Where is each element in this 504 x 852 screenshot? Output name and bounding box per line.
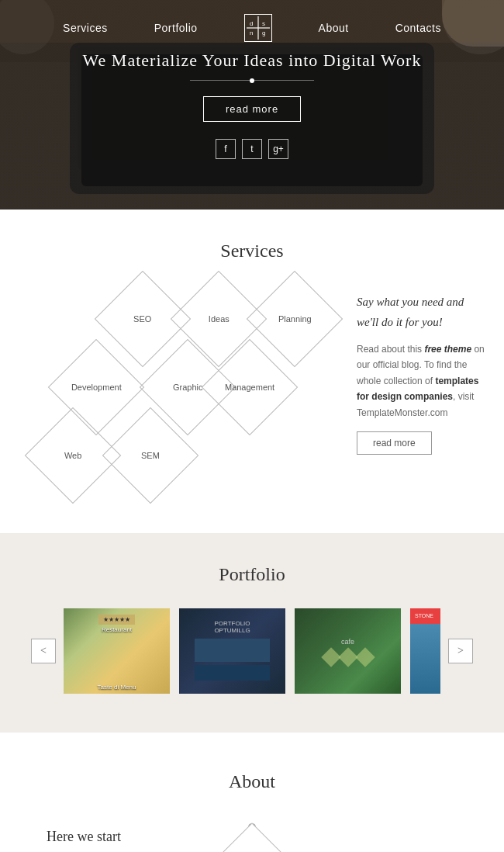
- aug2013-center: Aug 2013: [212, 823, 292, 852]
- about-title: About: [31, 771, 473, 792]
- portfolio-item-1[interactable]: ★★★★★ Restaurant Taste di Menu: [64, 608, 170, 694]
- aug2013-title: Here we start: [47, 829, 196, 845]
- carousel-prev-button[interactable]: <: [31, 639, 56, 663]
- services-description: Say what you need and we'll do it for yo…: [357, 285, 488, 455]
- svg-text:n: n: [250, 29, 254, 36]
- svg-text:s: s: [262, 20, 266, 27]
- carousel-items: ★★★★★ Restaurant Taste di Menu PORTFOLIO…: [64, 608, 440, 694]
- services-section: Services SEO Ideas Planning Development …: [0, 210, 504, 533]
- main-nav: Services Portfolio d s n g About Contact…: [0, 0, 504, 56]
- svg-text:d: d: [250, 20, 254, 27]
- nav-services[interactable]: Services: [63, 22, 108, 34]
- svg-text:g: g: [262, 29, 266, 36]
- googleplus-icon[interactable]: g+: [268, 139, 288, 159]
- portfolio-item-2[interactable]: PORTFOLIOOPTUMILLG: [179, 608, 285, 694]
- portfolio-title: Portfolio: [0, 564, 504, 585]
- timeline-entry-aug2013: Here we start Vivamus at magna non nunc …: [47, 823, 457, 852]
- twitter-icon[interactable]: t: [242, 139, 262, 159]
- services-title: Services: [16, 241, 488, 261]
- nav-about[interactable]: About: [319, 22, 349, 34]
- hero-content: We Materialize Your Ideas into Digital W…: [83, 50, 422, 159]
- facebook-icon[interactable]: f: [216, 139, 236, 159]
- hero-social-links: f t g+: [83, 139, 422, 159]
- services-diamond-grid: SEO Ideas Planning Development Graphic M…: [16, 285, 341, 494]
- portfolio-item-4[interactable]: STONE ★★★: [410, 608, 440, 694]
- hero-divider: [190, 80, 314, 81]
- services-body: Read about this free theme on our offici…: [357, 341, 488, 421]
- portfolio-item-3[interactable]: cafe: [295, 608, 401, 694]
- about-timeline: Here we start Vivamus at magna non nunc …: [31, 823, 473, 852]
- hero-read-more-button[interactable]: read more: [203, 96, 301, 122]
- services-tagline: Say what you need and we'll do it for yo…: [357, 293, 488, 332]
- aug2013-left-content: Here we start Vivamus at magna non nunc …: [47, 829, 212, 852]
- services-read-more-button[interactable]: read more: [357, 431, 432, 455]
- nav-portfolio[interactable]: Portfolio: [154, 22, 198, 34]
- portfolio-section: Portfolio < ★★★★★ Restaurant Taste di Me…: [0, 533, 504, 733]
- services-content: SEO Ideas Planning Development Graphic M…: [16, 285, 488, 494]
- aug2013-diamond: Aug 2013: [210, 823, 293, 852]
- carousel-next-button[interactable]: >: [448, 639, 473, 663]
- portfolio-carousel: < ★★★★★ Restaurant Taste di Menu PORTFOL…: [0, 608, 504, 694]
- nav-logo[interactable]: d s n g: [244, 14, 272, 42]
- nav-contacts[interactable]: Contacts: [395, 22, 441, 34]
- about-section: About Here we start Vivamus at magna non…: [0, 733, 504, 852]
